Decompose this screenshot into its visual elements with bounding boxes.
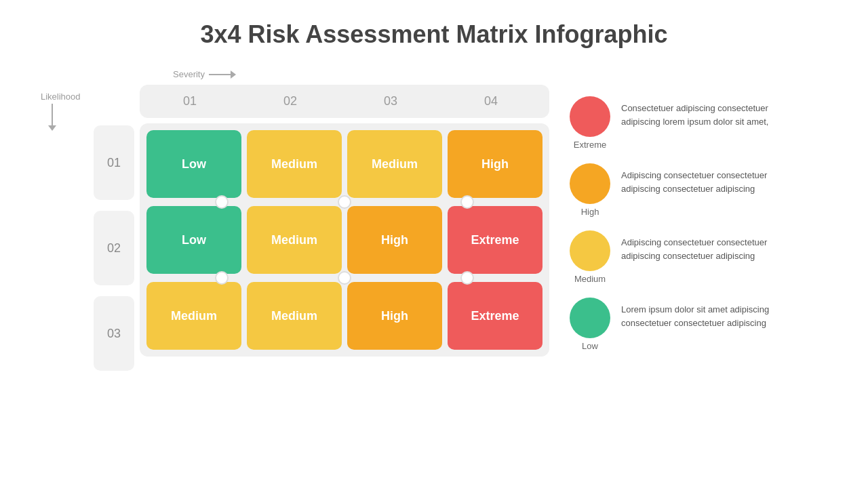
legend-circle-medium: [570, 230, 610, 271]
legend-item-extreme: Extreme Consectetuer adipiscing consecte…: [570, 96, 773, 150]
grid-row-3: Medium Medium High Extreme: [146, 282, 542, 350]
connector-circle: [215, 271, 229, 285]
legend-circle-wrapper-medium: Medium: [570, 230, 610, 284]
severity-arrow: [209, 71, 236, 78]
col-header-02: 02: [240, 94, 340, 108]
cell-r1-c2: Medium: [247, 130, 342, 198]
legend-label-medium: Medium: [574, 274, 606, 284]
legend-item-medium: Medium Adipiscing consectetuer consectet…: [570, 230, 773, 284]
legend-label-low: Low: [582, 341, 598, 351]
row-label-01: 01: [94, 125, 134, 200]
legend-text-high: Adipiscing consectetuer consectetuer adi…: [621, 163, 770, 195]
row-label-03: 03: [94, 296, 134, 371]
likelihood-label: Likelihood: [41, 92, 81, 102]
legend-item-high: High Adipiscing consectetuer consectetue…: [570, 163, 773, 217]
legend-text-low: Lorem ipsum dolor sit amet adipiscing co…: [621, 298, 770, 329]
legend-circle-high: [570, 163, 610, 204]
cell-r1-c1: Low: [146, 130, 241, 198]
legend-label-high: High: [581, 207, 599, 217]
cell-r2-c2: Medium: [247, 206, 342, 274]
cell-r3-c1: Medium: [146, 282, 241, 350]
legend-label-extreme: Extreme: [574, 140, 606, 150]
legend-text-medium: Adipiscing consectetuer consectetuer adi…: [621, 230, 770, 262]
legend-circle-wrapper-low: Low: [570, 298, 610, 351]
legend-circle-low: [570, 298, 610, 338]
severity-label: Severity: [173, 69, 205, 79]
connector-circle: [338, 195, 351, 209]
cell-r2-c4: Extreme: [448, 206, 542, 274]
cell-r1-c4: High: [448, 130, 542, 198]
cell-r2-c3: High: [347, 206, 442, 274]
col-header-03: 03: [340, 94, 441, 108]
grid-row-1: Low Medium Medium High: [146, 130, 542, 198]
connector-circle: [460, 271, 474, 285]
cell-r1-c3: Medium: [347, 130, 442, 198]
grid-row-2: Low Medium High Extreme: [146, 206, 542, 274]
col-header-01: 01: [140, 94, 240, 108]
cell-r3-c3: High: [347, 282, 442, 350]
cell-r2-c1: Low: [146, 206, 241, 274]
legend-circle-wrapper-extreme: Extreme: [570, 96, 610, 150]
legend-section: Extreme Consectetuer adipiscing consecte…: [570, 69, 773, 351]
connector-circle: [215, 195, 229, 209]
legend-circle-extreme: [570, 96, 610, 137]
cell-r3-c4: Extreme: [448, 282, 542, 350]
cell-r3-c2: Medium: [247, 282, 342, 350]
legend-text-extreme: Consectetuer adipiscing consectetuer adi…: [621, 96, 770, 128]
connector-circle: [338, 271, 351, 285]
connector-circle: [460, 195, 474, 209]
page-title: 3x4 Risk Assessment Matrix Infographic: [27, 20, 841, 49]
legend-circle-wrapper-high: High: [570, 163, 610, 217]
legend-item-low: Low Lorem ipsum dolor sit amet adipiscin…: [570, 298, 773, 351]
row-label-02: 02: [94, 211, 134, 285]
col-header-04: 04: [441, 94, 541, 108]
